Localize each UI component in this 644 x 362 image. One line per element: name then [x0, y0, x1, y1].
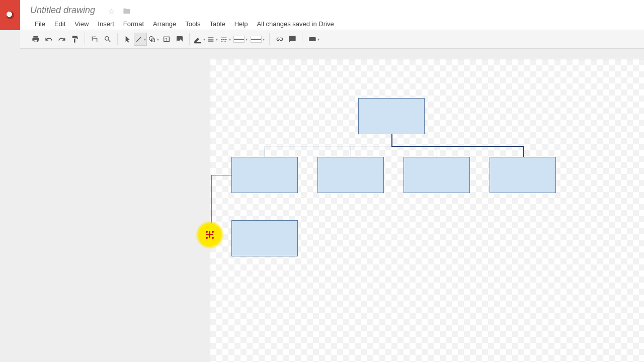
svg-rect-15: [225, 41, 226, 41]
image-tool-icon[interactable]: [173, 33, 186, 46]
select-tool-icon[interactable]: [121, 33, 134, 46]
cursor-highlight: [196, 221, 224, 249]
workspace: [0, 49, 644, 362]
svg-rect-6: [208, 39, 214, 39]
diagram-box-c3[interactable]: [404, 157, 470, 193]
input-tools-icon[interactable]: ▾: [305, 33, 323, 46]
line-tool-icon[interactable]: ▾: [134, 33, 147, 46]
connector-2[interactable]: [523, 146, 524, 157]
menu-arrange[interactable]: Arrange: [148, 19, 181, 29]
connector-8[interactable]: [211, 175, 212, 225]
print-icon[interactable]: [29, 33, 42, 46]
menu-tools[interactable]: Tools: [181, 19, 205, 29]
menu-table[interactable]: Table: [205, 19, 230, 29]
line-color-icon[interactable]: ▾: [193, 33, 206, 46]
zoom-icon[interactable]: [101, 33, 114, 46]
app-logo[interactable]: [0, 0, 20, 30]
connector-4[interactable]: [265, 146, 265, 157]
menu-file[interactable]: File: [30, 19, 50, 29]
link-icon[interactable]: [273, 33, 286, 46]
menu-bar: File Edit View Insert Format Arrange Too…: [30, 19, 339, 29]
diagram-box-c2[interactable]: [317, 157, 384, 193]
canvas[interactable]: [210, 59, 644, 362]
redo-icon[interactable]: [55, 33, 68, 46]
svg-rect-9: [221, 39, 223, 40]
line-end-icon[interactable]: ▾: [249, 33, 266, 46]
svg-point-0: [149, 37, 153, 41]
save-status: All changes saved in Drive: [252, 19, 338, 29]
connector-5[interactable]: [351, 146, 351, 157]
folder-icon[interactable]: [123, 7, 131, 17]
svg-rect-16: [309, 37, 315, 41]
line-dash-icon[interactable]: ▾: [219, 33, 232, 46]
star-icon[interactable]: ☆: [108, 7, 115, 16]
svg-rect-7: [208, 41, 214, 42]
line-weight-icon[interactable]: ▾: [206, 33, 219, 46]
svg-rect-5: [208, 37, 214, 38]
menu-view[interactable]: View: [70, 19, 93, 29]
logo-icon: [6, 11, 14, 19]
crop-icon[interactable]: [88, 33, 101, 46]
svg-rect-10: [223, 39, 225, 40]
svg-rect-11: [225, 39, 227, 40]
svg-rect-4: [194, 42, 201, 43]
svg-text:T: T: [165, 38, 167, 41]
diagram-box-leaf1[interactable]: [231, 220, 298, 256]
textbox-tool-icon[interactable]: T: [160, 33, 173, 46]
connector-6[interactable]: [437, 146, 437, 157]
titlebar: Untitled drawing ☆ File Edit View Insert…: [20, 0, 644, 30]
menu-format[interactable]: Format: [119, 19, 148, 29]
diagram-box-c1[interactable]: [231, 157, 298, 193]
document-title[interactable]: Untitled drawing: [30, 5, 95, 16]
move-cursor-icon: [206, 231, 213, 238]
shape-tool-icon[interactable]: ▾: [147, 33, 160, 46]
diagram-box-c4[interactable]: [490, 157, 556, 193]
diagram-box-root[interactable]: [358, 98, 425, 134]
line-start-icon[interactable]: ▾: [232, 33, 249, 46]
paint-format-icon[interactable]: [68, 33, 82, 46]
menu-edit[interactable]: Edit: [50, 19, 70, 29]
svg-rect-14: [224, 41, 224, 41]
undo-icon[interactable]: [42, 33, 55, 46]
menu-help[interactable]: Help: [230, 19, 253, 29]
connector-7[interactable]: [211, 175, 231, 175]
connector-0[interactable]: [391, 134, 392, 146]
menu-insert[interactable]: Insert: [93, 19, 119, 29]
svg-rect-12: [221, 41, 222, 41]
svg-rect-8: [221, 38, 227, 38]
toolbar: ▾ ▾ T ▾ ▾ ▾ ▾ ▾ ▾: [20, 30, 644, 49]
svg-rect-13: [222, 41, 223, 41]
comment-icon[interactable]: [286, 33, 299, 46]
